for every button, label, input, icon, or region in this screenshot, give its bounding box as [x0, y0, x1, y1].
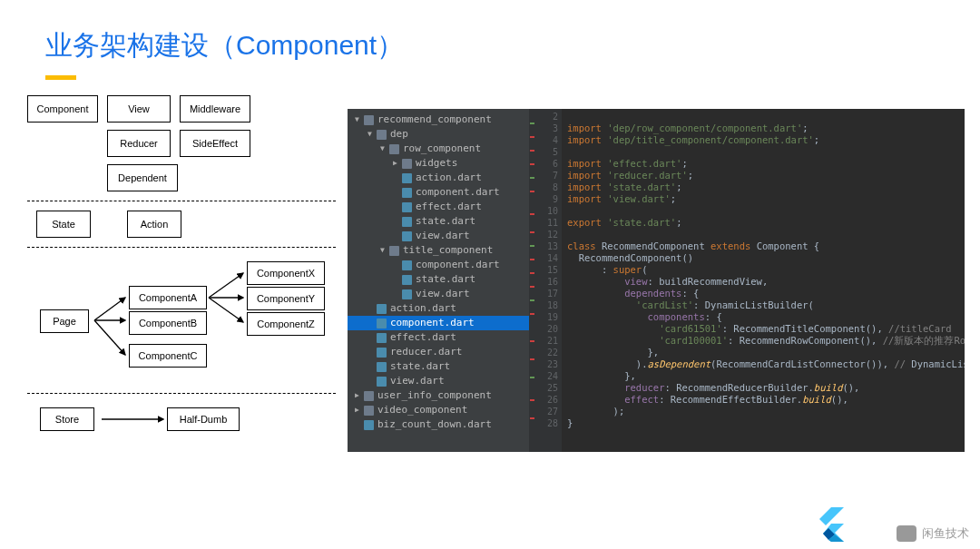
- file-item[interactable]: component.dart: [348, 185, 529, 200]
- box-sideeffect: SideEffect: [180, 130, 250, 157]
- file-item[interactable]: component.dart: [348, 316, 529, 330]
- watermark: 闲鱼技术: [897, 525, 969, 542]
- page-title: 业务架构建设（Component）: [0, 0, 980, 70]
- file-item[interactable]: action.dart: [348, 171, 529, 185]
- wechat-icon: [897, 525, 916, 542]
- box-view: View: [107, 95, 171, 123]
- box-compZ: ComponentZ: [247, 312, 325, 336]
- folder-item[interactable]: ▶user_info_component: [348, 388, 529, 403]
- file-item[interactable]: biz_count_down.dart: [348, 417, 529, 432]
- box-dependent: Dependent: [107, 164, 178, 191]
- divider: [27, 201, 336, 201]
- folder-item[interactable]: ▼row_component: [348, 142, 529, 156]
- title-accent: [45, 75, 76, 80]
- folder-item[interactable]: ▶video_component: [348, 403, 529, 417]
- box-state: State: [36, 211, 91, 238]
- code-editor[interactable]: import 'dep/row_component/component.dart…: [562, 109, 965, 452]
- divider: [27, 247, 336, 248]
- box-compY: ComponentY: [247, 287, 325, 310]
- file-item[interactable]: state.dart: [348, 359, 529, 374]
- box-compX: ComponentX: [247, 261, 325, 285]
- change-marks: [529, 109, 536, 452]
- folder-item[interactable]: ▼dep: [348, 127, 529, 142]
- file-item[interactable]: state.dart: [348, 214, 529, 229]
- folder-item[interactable]: ▶widgets: [348, 156, 529, 171]
- file-item[interactable]: view.dart: [348, 229, 529, 243]
- box-component: Component: [27, 95, 98, 123]
- architecture-diagram: Component View Middleware Reducer SideEf…: [27, 95, 336, 439]
- ide-panel: ▼recommend_component▼dep▼row_component▶w…: [348, 109, 965, 452]
- line-gutter: 2345678910111213141516171819202122232425…: [536, 109, 562, 452]
- file-item[interactable]: effect.dart: [348, 330, 529, 345]
- box-halfdumb: Half-Dumb: [167, 407, 240, 431]
- box-compC: ComponentC: [129, 344, 207, 368]
- box-store: Store: [40, 407, 94, 431]
- box-page: Page: [40, 309, 89, 333]
- box-action: Action: [127, 211, 181, 238]
- svg-line-5: [209, 298, 243, 322]
- flutter-logo-icon: [815, 507, 844, 544]
- box-reducer: Reducer: [107, 130, 171, 157]
- box-compB: ComponentB: [129, 311, 207, 335]
- file-item[interactable]: view.dart: [348, 287, 529, 301]
- file-item[interactable]: component.dart: [348, 258, 529, 272]
- file-item[interactable]: reducer.dart: [348, 345, 529, 359]
- file-item[interactable]: effect.dart: [348, 200, 529, 214]
- svg-line-0: [94, 298, 125, 320]
- file-item[interactable]: state.dart: [348, 272, 529, 287]
- watermark-text: 闲鱼技术: [922, 525, 969, 542]
- divider: [27, 393, 336, 394]
- folder-item[interactable]: ▼title_component: [348, 243, 529, 258]
- file-tree[interactable]: ▼recommend_component▼dep▼row_component▶w…: [348, 109, 529, 452]
- component-tree: Page ComponentA ComponentB ComponentC Co…: [27, 257, 336, 384]
- file-item[interactable]: view.dart: [348, 374, 529, 388]
- box-compA: ComponentA: [129, 286, 207, 309]
- folder-item[interactable]: ▼recommend_component: [348, 113, 529, 127]
- svg-line-2: [94, 320, 125, 355]
- box-middleware: Middleware: [180, 95, 250, 123]
- file-item[interactable]: action.dart: [348, 301, 529, 316]
- svg-line-3: [209, 273, 243, 298]
